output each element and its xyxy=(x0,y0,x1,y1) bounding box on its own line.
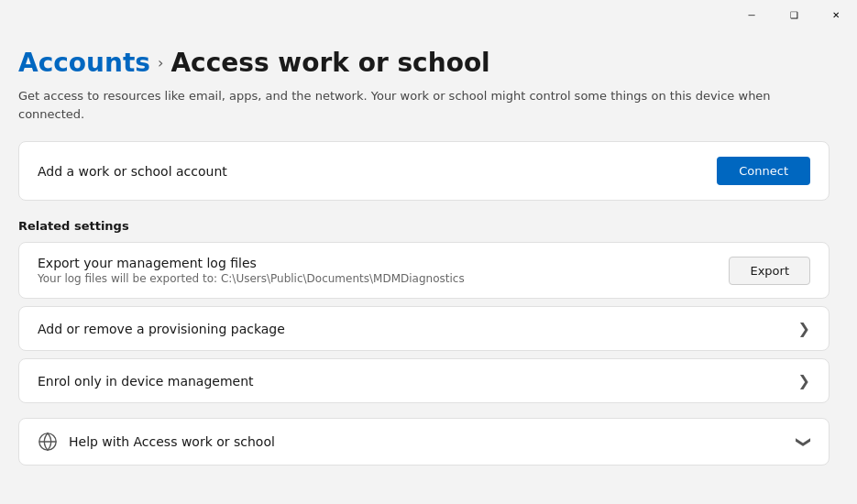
provisioning-package-right: ❯ xyxy=(798,320,810,337)
breadcrumb-accounts-link[interactable]: Accounts xyxy=(18,48,150,78)
device-management-title: Enrol only in device management xyxy=(38,374,254,389)
main-content: Accounts › Access work or school Get acc… xyxy=(0,29,857,504)
chevron-right-icon-2: ❯ xyxy=(798,372,810,389)
help-item-left: Help with Access work or school xyxy=(38,432,275,452)
settings-list: Export your management log files Your lo… xyxy=(18,242,830,411)
export-log-files-item[interactable]: Export your management log files Your lo… xyxy=(18,242,830,299)
help-item-title: Help with Access work or school xyxy=(69,434,275,449)
provisioning-package-left: Add or remove a provisioning package xyxy=(38,322,285,336)
minimize-button[interactable]: ─ xyxy=(731,0,773,29)
title-bar: ─ ❑ ✕ xyxy=(0,0,857,29)
connect-button[interactable]: Connect xyxy=(717,157,810,185)
device-management-left: Enrol only in device management xyxy=(38,374,254,389)
export-log-files-title: Export your management log files xyxy=(38,256,465,270)
provisioning-package-item[interactable]: Add or remove a provisioning package ❯ xyxy=(18,306,830,351)
related-settings-title: Related settings xyxy=(18,219,830,233)
provisioning-package-title: Add or remove a provisioning package xyxy=(38,322,285,336)
chevron-down-icon: ❯ xyxy=(796,435,813,447)
chevron-right-icon: ❯ xyxy=(798,320,810,337)
device-management-right: ❯ xyxy=(798,372,810,389)
close-button[interactable]: ✕ xyxy=(815,0,857,29)
export-log-files-subtitle: Your log files will be exported to: C:\U… xyxy=(38,272,465,285)
export-log-files-left: Export your management log files Your lo… xyxy=(38,256,465,285)
breadcrumb-separator: › xyxy=(158,54,163,71)
add-account-card: Add a work or school account Connect xyxy=(18,141,830,201)
page-description: Get access to resources like email, apps… xyxy=(18,87,830,123)
page-title: Access work or school xyxy=(170,48,489,78)
export-button[interactable]: Export xyxy=(729,257,810,285)
breadcrumb: Accounts › Access work or school xyxy=(18,48,830,78)
export-log-files-right: Export xyxy=(729,257,810,285)
maximize-button[interactable]: ❑ xyxy=(773,0,815,29)
globe-icon xyxy=(38,432,58,452)
add-account-label: Add a work or school account xyxy=(38,164,227,179)
related-settings-section: Related settings Export your management … xyxy=(18,219,830,411)
device-management-item[interactable]: Enrol only in device management ❯ xyxy=(18,358,830,403)
help-item[interactable]: Help with Access work or school ❯ xyxy=(18,418,830,466)
